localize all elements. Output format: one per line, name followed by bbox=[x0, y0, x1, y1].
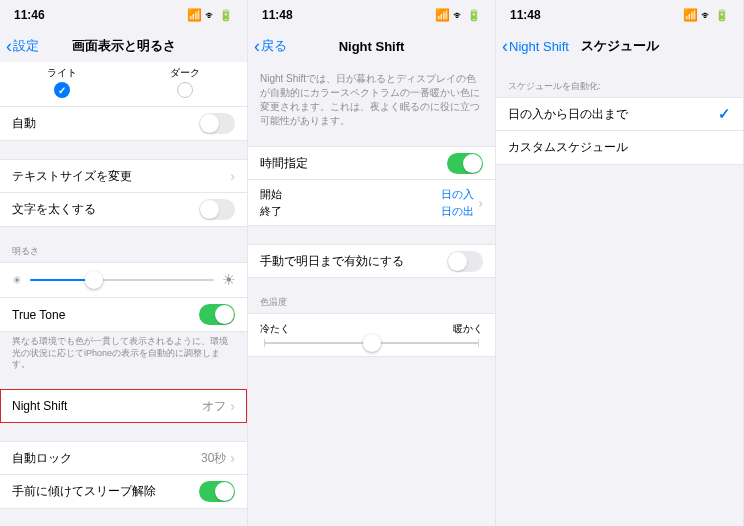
back-button[interactable]: ‹ 戻る bbox=[254, 37, 287, 55]
color-temp-slider[interactable] bbox=[264, 342, 479, 344]
to-label: 終了 bbox=[260, 204, 441, 219]
chevron-left-icon: ‹ bbox=[502, 37, 508, 55]
nav-bar: ‹ 設定 画面表示と明るさ bbox=[0, 30, 247, 62]
chevron-right-icon: › bbox=[478, 195, 483, 211]
phone-night-shift: 11:48 📶 ᯤ 🔋 ‹ 戻る Night Shift Night Shift… bbox=[248, 0, 496, 526]
page-title: 画面表示と明るさ bbox=[72, 37, 176, 55]
brightness-header: 明るさ bbox=[0, 245, 247, 262]
status-bar: 11:48 📶 ᯤ 🔋 bbox=[496, 0, 743, 30]
to-value: 日の出 bbox=[441, 204, 474, 219]
chevron-right-icon: › bbox=[230, 168, 235, 184]
brightness-slider[interactable] bbox=[30, 279, 214, 281]
toggle-knob bbox=[463, 154, 482, 173]
phone-schedule: 11:48 📶 ᯤ 🔋 ‹ Night Shift スケジュール スケジュールを… bbox=[496, 0, 744, 526]
from-label: 開始 bbox=[260, 187, 441, 202]
status-bar: 11:48 📶 ᯤ 🔋 bbox=[248, 0, 495, 30]
text-size-label: テキストサイズを変更 bbox=[12, 168, 230, 185]
manual-enable-cell[interactable]: 手動で明日まで有効にする bbox=[248, 244, 495, 278]
content: スケジュールを自動化: 日の入から日の出まで ✓ カスタムスケジュール bbox=[496, 62, 743, 526]
schedule-values: 日の入 日の出 bbox=[441, 187, 474, 219]
raise-wake-label: 手前に傾けてスリープ解除 bbox=[12, 483, 199, 500]
manual-enable-toggle[interactable] bbox=[447, 251, 483, 272]
night-shift-description: Night Shiftでは、日が暮れるとディスプレイの色が自動的にカラースペクト… bbox=[248, 62, 495, 128]
schedule-times-cell[interactable]: 開始 終了 日の入 日の出 › bbox=[248, 180, 495, 226]
toggle-knob bbox=[215, 482, 234, 501]
scheduled-label: 時間指定 bbox=[260, 155, 447, 172]
temp-cold-label: 冷たく bbox=[260, 322, 290, 336]
night-shift-value: オフ bbox=[202, 398, 226, 415]
signal-icon: 📶 bbox=[187, 8, 202, 22]
battery-icon: 🔋 bbox=[219, 9, 233, 22]
true-tone-cell[interactable]: True Tone bbox=[0, 298, 247, 332]
content: Night Shiftでは、日が暮れるとディスプレイの色が自動的にカラースペクト… bbox=[248, 62, 495, 526]
signal-icon: 📶 bbox=[435, 8, 450, 22]
color-temp-header: 色温度 bbox=[248, 296, 495, 313]
sun-large-icon: ☀ bbox=[222, 271, 235, 289]
slider-thumb[interactable] bbox=[85, 271, 103, 289]
clock: 11:46 bbox=[14, 8, 45, 22]
slider-thumb[interactable] bbox=[363, 334, 381, 352]
wifi-icon: ᯤ bbox=[701, 9, 712, 21]
true-tone-footer: 異なる環境でも色が一貫して表示されるように、環境光の状況に応じてiPhoneの表… bbox=[0, 332, 247, 371]
scheduled-cell[interactable]: 時間指定 bbox=[248, 146, 495, 180]
wifi-icon: ᯤ bbox=[205, 9, 216, 21]
back-button[interactable]: ‹ 設定 bbox=[6, 37, 39, 55]
signal-icon: 📶 bbox=[683, 8, 698, 22]
toggle-knob bbox=[215, 305, 234, 324]
custom-schedule-cell[interactable]: カスタムスケジュール bbox=[496, 131, 743, 165]
chevron-right-icon: › bbox=[230, 450, 235, 466]
automatic-cell[interactable]: 自動 bbox=[0, 107, 247, 141]
status-icons: 📶 ᯤ 🔋 bbox=[683, 8, 729, 22]
back-label: Night Shift bbox=[509, 39, 569, 54]
battery-icon: 🔋 bbox=[715, 9, 729, 22]
appearance-picker: ライト ダーク bbox=[0, 62, 247, 107]
appearance-light[interactable]: ライト bbox=[47, 66, 77, 98]
chevron-left-icon: ‹ bbox=[254, 37, 260, 55]
brightness-slider-row: ☀ ☀ bbox=[0, 262, 247, 298]
chevron-left-icon: ‹ bbox=[6, 37, 12, 55]
page-title: Night Shift bbox=[339, 39, 405, 54]
status-bar: 11:46 📶 ᯤ 🔋 bbox=[0, 0, 247, 30]
chevron-right-icon: › bbox=[230, 398, 235, 414]
from-value: 日の入 bbox=[441, 187, 474, 202]
automatic-toggle[interactable] bbox=[199, 113, 235, 134]
night-shift-cell[interactable]: Night Shift オフ › bbox=[0, 389, 247, 423]
bold-text-cell[interactable]: 文字を太くする bbox=[0, 193, 247, 227]
raise-wake-cell[interactable]: 手前に傾けてスリープ解除 bbox=[0, 475, 247, 509]
manual-enable-label: 手動で明日まで有効にする bbox=[260, 253, 447, 270]
sunset-sunrise-cell[interactable]: 日の入から日の出まで ✓ bbox=[496, 97, 743, 131]
bold-text-toggle[interactable] bbox=[199, 199, 235, 220]
schedule-labels: 開始 終了 bbox=[260, 187, 441, 219]
toggle-knob bbox=[200, 114, 219, 133]
radio-unchecked-icon bbox=[177, 82, 193, 98]
scheduled-toggle[interactable] bbox=[447, 153, 483, 174]
schedule-group: 時間指定 開始 終了 日の入 日の出 › bbox=[248, 146, 495, 226]
clock: 11:48 bbox=[510, 8, 541, 22]
light-label: ライト bbox=[47, 66, 77, 80]
text-size-cell[interactable]: テキストサイズを変更 › bbox=[0, 159, 247, 193]
true-tone-label: True Tone bbox=[12, 308, 199, 322]
nav-bar: ‹ Night Shift スケジュール bbox=[496, 30, 743, 62]
battery-icon: 🔋 bbox=[467, 9, 481, 22]
auto-lock-cell[interactable]: 自動ロック 30秒 › bbox=[0, 441, 247, 475]
dark-label: ダーク bbox=[170, 66, 200, 80]
auto-lock-value: 30秒 bbox=[201, 450, 226, 467]
raise-wake-toggle[interactable] bbox=[199, 481, 235, 502]
radio-checked-icon bbox=[54, 82, 70, 98]
true-tone-toggle[interactable] bbox=[199, 304, 235, 325]
clock: 11:48 bbox=[262, 8, 293, 22]
schedule-header: スケジュールを自動化: bbox=[496, 80, 743, 97]
appearance-dark[interactable]: ダーク bbox=[170, 66, 200, 98]
back-label: 戻る bbox=[261, 37, 287, 55]
back-button[interactable]: ‹ Night Shift bbox=[502, 37, 569, 55]
automatic-label: 自動 bbox=[12, 115, 199, 132]
toggle-knob bbox=[448, 252, 467, 271]
back-label: 設定 bbox=[13, 37, 39, 55]
sun-small-icon: ☀ bbox=[12, 274, 22, 287]
page-title: スケジュール bbox=[581, 37, 659, 55]
content: ライト ダーク 自動 テキストサイズを変更 › 文字を太くする 明るさ bbox=[0, 62, 247, 526]
nav-bar: ‹ 戻る Night Shift bbox=[248, 30, 495, 62]
toggle-knob bbox=[200, 200, 219, 219]
bold-text-label: 文字を太くする bbox=[12, 201, 199, 218]
auto-lock-label: 自動ロック bbox=[12, 450, 201, 467]
